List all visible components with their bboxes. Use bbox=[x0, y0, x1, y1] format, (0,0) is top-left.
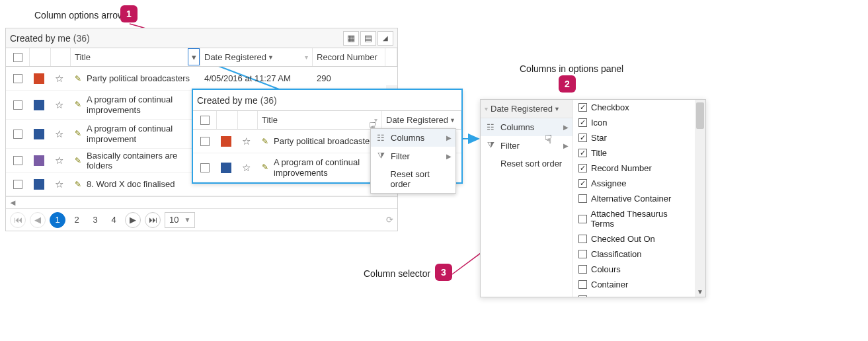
column-option-checkbox[interactable] bbox=[578, 250, 587, 258]
menu-reset-sort[interactable]: Reset sort order bbox=[371, 165, 455, 193]
view-grid-button[interactable]: ▦ bbox=[343, 31, 359, 46]
column-option-checkbox[interactable] bbox=[578, 179, 587, 188]
horizontal-scrollbar[interactable]: ◄ bbox=[6, 196, 397, 208]
col-header-record-number[interactable]: Record Number bbox=[313, 48, 385, 66]
column-options-arrow[interactable]: ▾ bbox=[188, 48, 200, 65]
column-option-checkbox[interactable] bbox=[578, 280, 587, 289]
column-option[interactable]: Icon bbox=[573, 115, 695, 130]
sort-indicator-icon: ▼ bbox=[554, 106, 560, 112]
col-header-date[interactable]: Date Registered▼ bbox=[382, 111, 461, 129]
star-icon[interactable]: ☆ bbox=[242, 162, 251, 174]
column-option-checkbox[interactable] bbox=[578, 235, 587, 243]
scroll-left-icon[interactable]: ◄ bbox=[9, 198, 17, 208]
page-size-select[interactable]: 10▼ bbox=[165, 212, 195, 228]
menu-filter[interactable]: ⧩ Filter▶ bbox=[481, 136, 572, 155]
row-checkbox[interactable] bbox=[13, 180, 22, 189]
column-option-label: Star bbox=[591, 133, 607, 143]
star-icon[interactable]: ☆ bbox=[242, 135, 251, 147]
row-rec: 290 bbox=[317, 73, 331, 83]
column-option-label: Record Number bbox=[591, 163, 652, 173]
column-option[interactable]: Assignee bbox=[573, 176, 695, 191]
column-option[interactable]: Star bbox=[573, 130, 695, 145]
edit-icon: ✎ bbox=[262, 163, 268, 172]
column-option-label: Icon bbox=[591, 118, 608, 128]
col-header-title[interactable]: Title ▾ bbox=[258, 111, 382, 129]
column-option-checkbox[interactable] bbox=[578, 103, 587, 112]
column-selector-panel: ▾ Date Registered▼ ☷ Columns▶ ⧩ Filter▶ … bbox=[480, 99, 706, 297]
row-title: Basically containers are folders bbox=[87, 151, 196, 170]
table-row[interactable]: ☆ ✎Party political broadcasters 4/05/201… bbox=[6, 67, 397, 91]
col-header-checkbox[interactable] bbox=[6, 48, 30, 66]
column-option[interactable]: Colours bbox=[573, 262, 695, 277]
page-number[interactable]: 4 bbox=[106, 215, 121, 225]
page-first-button[interactable]: ⏮ bbox=[10, 212, 26, 228]
star-icon[interactable]: ☆ bbox=[55, 178, 63, 190]
column-option[interactable]: Attached Thesaurus Terms bbox=[573, 206, 695, 231]
column-selector-list: CheckboxIconStarTitleRecord NumberAssign… bbox=[573, 100, 705, 297]
edit-icon: ✎ bbox=[75, 100, 81, 109]
view-more-button[interactable]: ◢ bbox=[377, 31, 393, 46]
column-option[interactable]: Checked Out On bbox=[573, 231, 695, 246]
menu-filter[interactable]: ⧩ Filter▶ bbox=[371, 147, 455, 165]
chevron-down-icon[interactable]: ▾ bbox=[485, 105, 488, 112]
chevron-down-icon[interactable]: ▾ bbox=[305, 54, 308, 61]
column-option[interactable]: Creator bbox=[573, 292, 695, 297]
col-header-star[interactable] bbox=[51, 48, 71, 66]
menu-columns[interactable]: ☷ Columns▶ bbox=[481, 118, 572, 136]
callout-3-label: Column selector bbox=[364, 268, 430, 279]
column-option-label: Creator bbox=[591, 295, 619, 297]
row-checkbox[interactable] bbox=[13, 74, 22, 83]
menu-columns[interactable]: ☷ Columns▶ bbox=[371, 129, 455, 147]
view-tiles-button[interactable]: ▤ bbox=[360, 31, 376, 46]
col-header-date[interactable]: ▾ Date Registered▼ bbox=[481, 100, 572, 118]
star-icon[interactable]: ☆ bbox=[55, 73, 63, 85]
column-option-checkbox[interactable] bbox=[578, 149, 587, 157]
row-checkbox[interactable] bbox=[200, 137, 210, 146]
page-next-button[interactable]: ▶ bbox=[125, 212, 141, 228]
page-last-button[interactable]: ⏭ bbox=[145, 212, 161, 228]
star-icon[interactable]: ☆ bbox=[55, 155, 63, 167]
column-option-checkbox[interactable] bbox=[578, 215, 587, 223]
chevron-down-icon[interactable]: ▾ bbox=[374, 116, 377, 124]
column-option[interactable]: Alternative Container bbox=[573, 191, 695, 206]
filter-icon: ⧩ bbox=[376, 151, 385, 161]
column-option[interactable]: Title bbox=[573, 145, 695, 161]
column-option-checkbox[interactable] bbox=[578, 133, 587, 142]
callout-2-label: Columns in options panel bbox=[520, 63, 623, 74]
column-option-checkbox[interactable] bbox=[578, 295, 587, 297]
column-option-label: Classification bbox=[591, 249, 642, 259]
page-prev-button[interactable]: ◀ bbox=[30, 212, 46, 228]
filter-icon: ⧩ bbox=[486, 140, 495, 151]
column-option[interactable]: Record Number bbox=[573, 161, 695, 176]
column-option-checkbox[interactable] bbox=[578, 194, 587, 203]
col-header-date[interactable]: Date Registered▼ ▾ bbox=[200, 48, 313, 66]
callout-3-badge: 3 bbox=[435, 264, 452, 281]
column-option-checkbox[interactable] bbox=[578, 265, 587, 274]
column-option[interactable]: Classification bbox=[573, 246, 695, 262]
row-checkbox[interactable] bbox=[13, 130, 22, 139]
edit-icon: ✎ bbox=[75, 74, 81, 83]
vertical-scrollbar[interactable]: ▲ ▼ bbox=[695, 100, 705, 297]
col-header-title[interactable]: Title ▾ bbox=[71, 48, 200, 66]
callout-1-label: Column options arrow bbox=[34, 10, 124, 20]
menu-reset-sort[interactable]: Reset sort order bbox=[481, 155, 572, 172]
column-option-checkbox[interactable] bbox=[578, 164, 587, 172]
folder-icon bbox=[34, 155, 44, 166]
column-option[interactable]: Container bbox=[573, 277, 695, 292]
scrollbar-thumb[interactable] bbox=[696, 102, 704, 129]
column-option[interactable]: Checkbox bbox=[573, 100, 695, 115]
column-option-checkbox[interactable] bbox=[578, 118, 587, 127]
row-checkbox[interactable] bbox=[13, 100, 22, 110]
star-icon[interactable]: ☆ bbox=[55, 99, 63, 111]
column-option-label: Colours bbox=[591, 264, 621, 274]
row-checkbox[interactable] bbox=[13, 156, 22, 165]
scroll-down-icon[interactable]: ▼ bbox=[695, 286, 705, 297]
page-number-current[interactable]: 1 bbox=[50, 212, 65, 228]
page-number[interactable]: 2 bbox=[69, 215, 84, 225]
col-header-icon[interactable] bbox=[30, 48, 51, 66]
col-header-checkbox[interactable] bbox=[193, 111, 217, 129]
row-title: A program of continual improvement bbox=[87, 124, 196, 144]
row-checkbox[interactable] bbox=[200, 163, 210, 172]
page-number[interactable]: 3 bbox=[88, 215, 102, 225]
star-icon[interactable]: ☆ bbox=[55, 128, 63, 140]
